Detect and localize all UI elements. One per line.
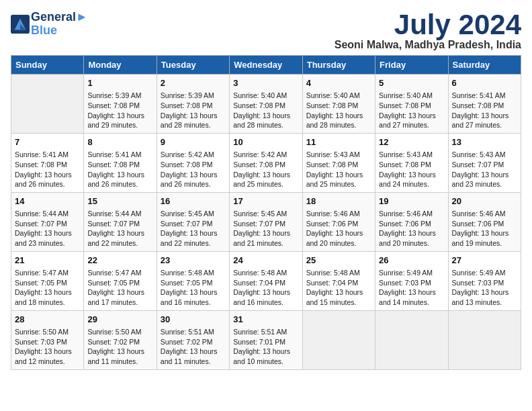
day-number: 2 <box>161 77 226 89</box>
day-number: 4 <box>306 77 371 89</box>
cell-detail: and 26 minutes. <box>87 179 152 189</box>
calendar-week-row: 21Sunrise: 5:47 AMSunset: 7:05 PMDayligh… <box>11 251 521 310</box>
day-number: 19 <box>379 195 444 208</box>
day-number: 24 <box>233 255 298 267</box>
cell-detail: Sunset: 7:05 PM <box>15 278 80 288</box>
calendar-cell: 13Sunrise: 5:43 AMSunset: 7:07 PMDayligh… <box>448 133 521 192</box>
day-number: 8 <box>87 136 152 148</box>
cell-detail: Sunset: 7:07 PM <box>87 219 152 229</box>
cell-detail: and 28 minutes. <box>306 120 371 130</box>
cell-detail: Sunrise: 5:43 AM <box>379 150 444 160</box>
calendar-cell <box>302 310 375 369</box>
cell-detail: Sunset: 7:08 PM <box>15 160 80 170</box>
cell-detail: Daylight: 13 hours <box>233 287 298 298</box>
column-header-saturday: Saturday <box>448 56 521 75</box>
cell-detail: and 25 minutes. <box>233 179 298 189</box>
cell-detail: Sunset: 7:06 PM <box>452 219 517 229</box>
cell-detail: Sunset: 7:03 PM <box>452 278 517 288</box>
cell-detail: Daylight: 13 hours <box>452 287 517 298</box>
cell-detail: Sunset: 7:08 PM <box>379 160 444 170</box>
cell-detail: and 20 minutes. <box>379 238 444 248</box>
cell-detail: Daylight: 13 hours <box>15 170 80 180</box>
cell-detail: Sunset: 7:06 PM <box>379 219 444 229</box>
cell-detail: Sunset: 7:08 PM <box>161 160 226 170</box>
calendar-cell: 2Sunrise: 5:39 AMSunset: 7:08 PMDaylight… <box>157 75 229 134</box>
calendar-cell: 11Sunrise: 5:43 AMSunset: 7:08 PMDayligh… <box>302 133 375 192</box>
calendar-cell: 31Sunrise: 5:51 AMSunset: 7:01 PMDayligh… <box>230 310 302 369</box>
cell-detail: Daylight: 13 hours <box>306 111 371 121</box>
cell-detail: Daylight: 13 hours <box>87 111 152 121</box>
calendar-cell: 22Sunrise: 5:47 AMSunset: 7:05 PMDayligh… <box>84 251 157 310</box>
calendar-week-row: 1Sunrise: 5:39 AMSunset: 7:08 PMDaylight… <box>11 75 521 134</box>
cell-detail: Sunset: 7:05 PM <box>161 278 226 288</box>
cell-detail: Sunrise: 5:40 AM <box>306 91 371 101</box>
cell-detail: Daylight: 13 hours <box>379 228 444 238</box>
cell-detail: and 17 minutes. <box>87 298 152 308</box>
cell-detail: Sunrise: 5:47 AM <box>87 268 152 278</box>
day-number: 14 <box>15 195 80 208</box>
day-number: 27 <box>452 255 517 267</box>
day-number: 12 <box>379 136 444 148</box>
cell-detail: Daylight: 13 hours <box>161 111 226 121</box>
cell-detail: Sunrise: 5:48 AM <box>161 268 226 278</box>
cell-detail: Daylight: 13 hours <box>233 347 298 357</box>
cell-detail: Daylight: 13 hours <box>161 287 226 298</box>
cell-detail: and 27 minutes. <box>379 120 444 130</box>
calendar-cell: 21Sunrise: 5:47 AMSunset: 7:05 PMDayligh… <box>11 251 84 310</box>
cell-detail: Sunrise: 5:48 AM <box>233 268 298 278</box>
cell-detail: Sunrise: 5:50 AM <box>15 327 80 337</box>
cell-detail: Sunrise: 5:40 AM <box>233 91 298 101</box>
calendar-cell: 9Sunrise: 5:42 AMSunset: 7:08 PMDaylight… <box>157 133 229 192</box>
column-header-thursday: Thursday <box>302 56 375 75</box>
calendar-cell <box>11 75 84 134</box>
cell-detail: Sunrise: 5:45 AM <box>161 209 226 219</box>
cell-detail: Sunrise: 5:50 AM <box>87 327 152 337</box>
day-number: 28 <box>15 314 80 326</box>
cell-detail: Sunrise: 5:44 AM <box>87 209 152 219</box>
calendar-cell: 14Sunrise: 5:44 AMSunset: 7:07 PMDayligh… <box>11 192 84 251</box>
cell-detail: and 25 minutes. <box>306 179 371 189</box>
title-area: July 2024 Seoni Malwa, Madhya Pradesh, I… <box>335 11 521 51</box>
cell-detail: Sunrise: 5:48 AM <box>306 268 371 278</box>
cell-detail: Sunrise: 5:47 AM <box>15 268 80 278</box>
cell-detail: and 11 minutes. <box>87 357 152 367</box>
cell-detail: Sunset: 7:08 PM <box>379 101 444 111</box>
cell-detail: Daylight: 13 hours <box>15 347 80 357</box>
cell-detail: Daylight: 13 hours <box>15 287 80 298</box>
cell-detail: Sunset: 7:04 PM <box>233 278 298 288</box>
day-number: 5 <box>379 77 444 89</box>
cell-detail: and 21 minutes. <box>233 238 298 248</box>
calendar-week-row: 7Sunrise: 5:41 AMSunset: 7:08 PMDaylight… <box>11 133 521 192</box>
calendar-cell: 1Sunrise: 5:39 AMSunset: 7:08 PMDaylight… <box>84 75 157 134</box>
calendar-cell: 5Sunrise: 5:40 AMSunset: 7:08 PMDaylight… <box>375 75 448 134</box>
day-number: 20 <box>452 195 517 208</box>
column-header-tuesday: Tuesday <box>157 56 229 75</box>
cell-detail: Daylight: 13 hours <box>87 347 152 357</box>
cell-detail: Sunset: 7:07 PM <box>233 219 298 229</box>
cell-detail: and 26 minutes. <box>15 179 80 189</box>
cell-detail: Daylight: 13 hours <box>87 170 152 180</box>
cell-detail: and 23 minutes. <box>452 179 517 189</box>
cell-detail: Daylight: 13 hours <box>452 170 517 180</box>
day-number: 9 <box>161 136 226 148</box>
cell-detail: and 16 minutes. <box>161 298 226 308</box>
cell-detail: Daylight: 13 hours <box>233 170 298 180</box>
cell-detail: Sunrise: 5:44 AM <box>15 209 80 219</box>
cell-detail: Sunset: 7:08 PM <box>161 101 226 111</box>
calendar-week-row: 14Sunrise: 5:44 AMSunset: 7:07 PMDayligh… <box>11 192 521 251</box>
cell-detail: and 14 minutes. <box>379 298 444 308</box>
cell-detail: Sunrise: 5:43 AM <box>306 150 371 160</box>
cell-detail: and 29 minutes. <box>87 120 152 130</box>
day-number: 26 <box>379 255 444 267</box>
day-number: 31 <box>233 314 298 326</box>
cell-detail: and 15 minutes. <box>306 298 371 308</box>
cell-detail: Sunset: 7:07 PM <box>161 219 226 229</box>
column-header-sunday: Sunday <box>11 56 84 75</box>
cell-detail: and 24 minutes. <box>379 179 444 189</box>
cell-detail: and 16 minutes. <box>233 298 298 308</box>
calendar-cell: 23Sunrise: 5:48 AMSunset: 7:05 PMDayligh… <box>157 251 229 310</box>
cell-detail: Sunset: 7:02 PM <box>161 337 226 347</box>
calendar-table: SundayMondayTuesdayWednesdayThursdayFrid… <box>11 55 521 370</box>
cell-detail: Sunrise: 5:49 AM <box>452 268 517 278</box>
cell-detail: Sunset: 7:08 PM <box>87 101 152 111</box>
